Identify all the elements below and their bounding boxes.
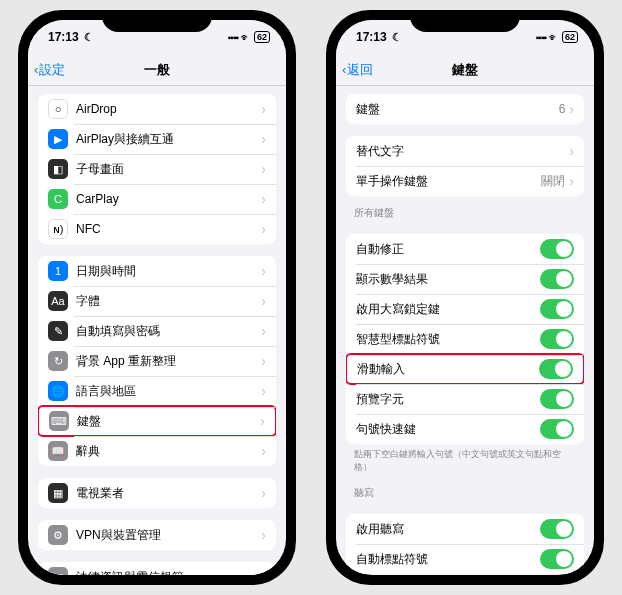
row-slideinput[interactable]: 滑動輸入: [346, 353, 584, 385]
battery-icon: 62: [562, 31, 578, 43]
toggle-autocorrect[interactable]: [540, 239, 574, 259]
toggle-charpreview[interactable]: [540, 389, 574, 409]
page-title: 一般: [144, 61, 170, 79]
toggle-dictation[interactable]: [540, 519, 574, 539]
row-value: 關閉: [541, 173, 565, 190]
toggle-mathresult[interactable]: [540, 269, 574, 289]
chevron-right-icon: ›: [569, 101, 574, 117]
dictionary-icon: 📖: [48, 441, 68, 461]
row-label: 顯示數學結果: [356, 271, 540, 288]
row-autocorrect[interactable]: 自動修正: [346, 234, 584, 264]
nfc-icon: ɴ): [48, 219, 68, 239]
row-dictionary[interactable]: 📖 辭典 ›: [38, 436, 276, 466]
section-header: 聽寫: [336, 476, 594, 502]
row-value: 6: [559, 102, 566, 116]
row-onehanded[interactable]: 單手操作鍵盤 關閉›: [346, 166, 584, 196]
legal-icon: ✉: [48, 567, 68, 575]
row-autofill[interactable]: ✎ 自動填寫與密碼 ›: [38, 316, 276, 346]
chevron-right-icon: ›: [261, 131, 266, 147]
settings-group: ⚙ VPN與裝置管理 ›: [38, 520, 276, 550]
dnd-icon: [390, 30, 402, 44]
row-label: 自動填寫與密碼: [76, 323, 261, 340]
row-label: AirDrop: [76, 102, 261, 116]
vpn-icon: ⚙: [48, 525, 68, 545]
settings-group: 自動修正 顯示數學結果 啟用大寫鎖定鍵 智慧型標點符號 滑動輸入 預覽字元 句號…: [346, 234, 584, 444]
notch: [410, 10, 520, 32]
chevron-right-icon: ›: [261, 527, 266, 543]
chevron-right-icon: ›: [569, 143, 574, 159]
toggle-smartpunct[interactable]: [540, 329, 574, 349]
fonts-icon: Aa: [48, 291, 68, 311]
row-dictation[interactable]: 啟用聽寫: [346, 514, 584, 544]
signal-icon: ▪▪▪▪: [228, 32, 238, 43]
wifi-icon: ᯤ: [549, 32, 559, 43]
toggle-capslock[interactable]: [540, 299, 574, 319]
back-label: 設定: [39, 61, 65, 79]
screen-left: 17:13 ▪▪▪▪ ᯤ 62 ‹ 設定 一般 ○ AirDrop › ▶ Ai…: [28, 20, 286, 575]
chevron-right-icon: ›: [261, 221, 266, 237]
row-airplay[interactable]: ▶ AirPlay與接續互通 ›: [38, 124, 276, 154]
row-vpn[interactable]: ⚙ VPN與裝置管理 ›: [38, 520, 276, 550]
row-smartpunct[interactable]: 智慧型標點符號: [346, 324, 584, 354]
bgrefresh-icon: ↻: [48, 351, 68, 371]
row-label: 滑動輸入: [357, 361, 539, 378]
row-label: 語言與地區: [76, 383, 261, 400]
back-button[interactable]: ‹ 返回: [342, 61, 373, 79]
settings-group: 鍵盤 6›: [346, 94, 584, 124]
settings-group: 1 日期與時間 › Aa 字體 › ✎ 自動填寫與密碼 › ↻ 背景 App 重…: [38, 256, 276, 466]
navbar: ‹ 設定 一般: [28, 54, 286, 86]
signal-icon: ▪▪▪▪: [536, 32, 546, 43]
row-keyboards[interactable]: 鍵盤 6›: [346, 94, 584, 124]
chevron-right-icon: ›: [261, 485, 266, 501]
row-label: 電視業者: [76, 485, 261, 502]
row-label: AirPlay與接續互通: [76, 131, 261, 148]
chevron-right-icon: ›: [261, 161, 266, 177]
chevron-left-icon: ‹: [342, 62, 346, 77]
toggle-periodshortcut[interactable]: [540, 419, 574, 439]
row-label: 字體: [76, 293, 261, 310]
row-label: 替代文字: [356, 143, 569, 160]
row-label: 智慧型標點符號: [356, 331, 540, 348]
toggle-slideinput[interactable]: [539, 359, 573, 379]
chevron-right-icon: ›: [260, 413, 265, 429]
row-periodshortcut[interactable]: 句號快速鍵: [346, 414, 584, 444]
row-fonts[interactable]: Aa 字體 ›: [38, 286, 276, 316]
row-tvprovider[interactable]: ▦ 電視業者 ›: [38, 478, 276, 508]
chevron-right-icon: ›: [261, 323, 266, 339]
toggle-autopunct[interactable]: [540, 549, 574, 569]
settings-group: 啟用聽寫 自動標點符號: [346, 514, 584, 574]
page-title: 鍵盤: [452, 61, 478, 79]
row-capslock[interactable]: 啟用大寫鎖定鍵: [346, 294, 584, 324]
row-pip[interactable]: ◧ 子母畫面 ›: [38, 154, 276, 184]
row-legal[interactable]: ✉ 法律資訊與電信規範 ›: [38, 562, 276, 575]
chevron-right-icon: ›: [261, 569, 266, 575]
row-label: 啟用大寫鎖定鍵: [356, 301, 540, 318]
row-label: 自動標點符號: [356, 551, 540, 568]
row-carplay[interactable]: C CarPlay ›: [38, 184, 276, 214]
row-mathresult[interactable]: 顯示數學結果: [346, 264, 584, 294]
settings-group: ✉ 法律資訊與電信規範 ›: [38, 562, 276, 575]
carplay-icon: C: [48, 189, 68, 209]
row-label: 自動修正: [356, 241, 540, 258]
back-button[interactable]: ‹ 設定: [34, 61, 65, 79]
settings-group: ▦ 電視業者 ›: [38, 478, 276, 508]
row-language[interactable]: 🌐 語言與地區 ›: [38, 376, 276, 406]
row-label: 子母畫面: [76, 161, 261, 178]
row-autopunct[interactable]: 自動標點符號: [346, 544, 584, 574]
content[interactable]: 鍵盤 6› 替代文字 › 單手操作鍵盤 關閉› 所有鍵盤 自動修正 顯示數學結果…: [336, 86, 594, 575]
row-label: 預覽字元: [356, 391, 540, 408]
row-label: 啟用聽寫: [356, 521, 540, 538]
row-charpreview[interactable]: 預覽字元: [346, 384, 584, 414]
row-label: NFC: [76, 222, 261, 236]
chevron-right-icon: ›: [261, 383, 266, 399]
row-label: 單手操作鍵盤: [356, 173, 541, 190]
row-datetime[interactable]: 1 日期與時間 ›: [38, 256, 276, 286]
notch: [102, 10, 212, 32]
row-nfc[interactable]: ɴ) NFC ›: [38, 214, 276, 244]
row-textreplace[interactable]: 替代文字 ›: [346, 136, 584, 166]
row-label: 句號快速鍵: [356, 421, 540, 438]
content[interactable]: ○ AirDrop › ▶ AirPlay與接續互通 › ◧ 子母畫面 › C …: [28, 86, 286, 575]
row-bgrefresh[interactable]: ↻ 背景 App 重新整理 ›: [38, 346, 276, 376]
row-keyboard[interactable]: ⌨ 鍵盤 ›: [38, 405, 276, 437]
row-airdrop[interactable]: ○ AirDrop ›: [38, 94, 276, 124]
